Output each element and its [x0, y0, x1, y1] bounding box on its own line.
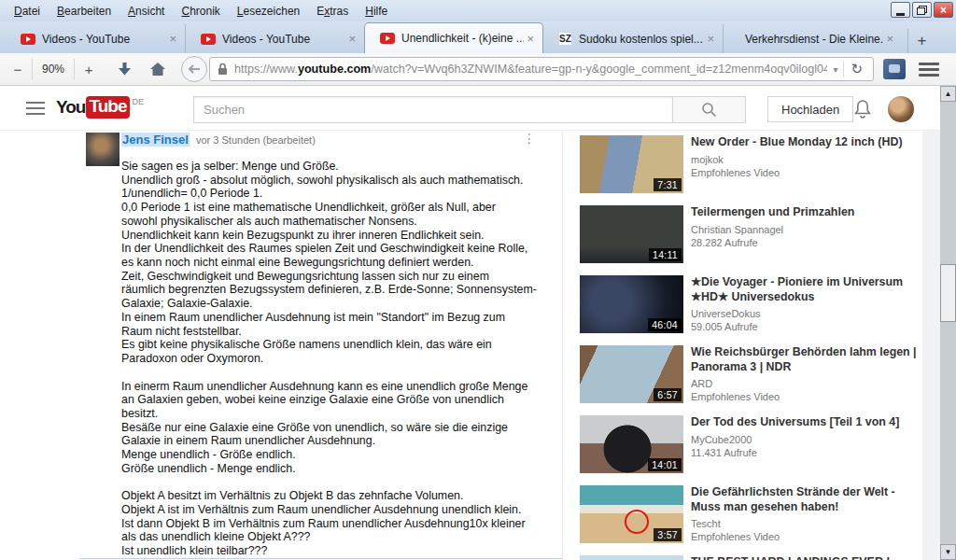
reload-button[interactable]: ↻: [844, 61, 869, 77]
comment-body-text: Sie sagen es ja selber: Menge und Größe.…: [121, 160, 568, 560]
account-avatar[interactable]: [888, 96, 914, 122]
menu-bar-line: [919, 63, 939, 65]
bell-icon: [852, 98, 873, 119]
video-duration-badge: 6:57: [654, 388, 682, 401]
url-path: /watch?v=Wvq6h3ZNWIM&feature=gp-n-y&goog…: [371, 63, 827, 76]
video-thumbnail[interactable]: 14:01: [580, 415, 683, 473]
tab-title: Verkehrsdienst - Die Kleine...: [745, 33, 883, 46]
related-video-4[interactable]: 6:57 Wie Reichsbürger Behörden lahm lege…: [580, 345, 922, 405]
comment-author-link[interactable]: Jens Finsel: [121, 133, 190, 147]
notifications-button[interactable]: [852, 98, 873, 123]
back-button[interactable]: [181, 56, 207, 82]
related-video-2[interactable]: 14:11 Teilermengen und Primzahlen Christ…: [580, 205, 922, 265]
tab-sudoku[interactable]: SZ Sudoku kostenlos spiel... ×: [543, 24, 723, 53]
menu-bearbeiten[interactable]: Bearbeiten: [49, 2, 120, 21]
video-title[interactable]: Der Tod des Universums [Teil 1 von 4]: [691, 415, 922, 430]
video-thumbnail[interactable]: 46:04: [580, 275, 683, 333]
tab-verkehrsdienst[interactable]: Verkehrsdienst - Die Kleine... ×: [723, 24, 902, 53]
video-thumbnail[interactable]: 14:11: [580, 205, 683, 263]
video-duration-badge: 46:04: [648, 318, 682, 331]
youtube-page: You Tube DE Hochladen Jens Fi: [0, 86, 956, 560]
tab-title: Sudoku kostenlos spiel...: [579, 33, 704, 46]
video-title[interactable]: THE BEST HARD LANDINGS EVER !: [691, 555, 922, 560]
zoom-in-button[interactable]: +: [75, 57, 103, 81]
related-video-6[interactable]: 3:57 Die Gefährlichsten Strände der Welt…: [580, 485, 922, 545]
search-input[interactable]: [193, 96, 672, 123]
video-title[interactable]: Wie Reichsbürger Behörden lahm legen | P…: [691, 345, 922, 374]
menu-chronik[interactable]: Chronik: [173, 2, 228, 21]
downloads-button[interactable]: [110, 57, 138, 81]
youtube-header: You Tube DE Hochladen: [0, 86, 940, 131]
sz-favicon-icon: SZ: [558, 32, 572, 46]
menu-bar-line: [26, 107, 45, 109]
tab-videos-youtube-1[interactable]: Videos - YouTube ×: [6, 24, 185, 53]
video-title[interactable]: Teilermengen und Primzahlen: [691, 205, 922, 220]
video-thumbnail[interactable]: [580, 555, 683, 560]
page-right-margin: [922, 131, 940, 560]
youtube-logo[interactable]: You Tube DE: [56, 96, 144, 119]
minimize-button[interactable]: [891, 2, 910, 18]
new-tab-button[interactable]: +: [907, 29, 935, 53]
menu-bar-line: [26, 102, 45, 104]
upload-button[interactable]: Hochladen: [767, 96, 853, 122]
video-meta: Empfohlenes Video: [691, 530, 922, 543]
tab-close-icon[interactable]: ×: [883, 32, 896, 46]
video-info: New Order - Blue Monday 12 inch (HD) moj…: [691, 135, 922, 179]
menu-datei[interactable]: Datei: [6, 2, 49, 21]
tab-unendlichkeit-active[interactable]: Unendlichkeit - (k)eine ... ×: [364, 22, 543, 53]
scrollbar-thumb[interactable]: [940, 264, 956, 322]
scroll-up-button[interactable]: ▲: [940, 86, 956, 102]
scroll-down-button[interactable]: ▼: [940, 544, 956, 560]
menu-bar-line: [919, 74, 939, 77]
page-scrollbar[interactable]: ▲ ▼: [940, 86, 956, 560]
menu-hilfe[interactable]: Hilfe: [357, 2, 396, 21]
related-video-3[interactable]: 46:04 ★Die Voyager - Pioniere im Univers…: [580, 275, 922, 335]
tab-close-icon[interactable]: ×: [524, 32, 537, 46]
menu-extras[interactable]: Extras: [308, 2, 357, 21]
content-sidebar-divider: [562, 131, 563, 560]
video-meta: Empfohlenes Video: [691, 166, 922, 179]
search-icon: [701, 102, 717, 118]
related-video-5[interactable]: 14:01 Der Tod des Universums [Teil 1 von…: [580, 415, 922, 475]
tab-close-icon[interactable]: ×: [345, 32, 358, 46]
related-video-7[interactable]: THE BEST HARD LANDINGS EVER !: [580, 555, 922, 560]
url-text: https://www.youtube.com/watch?v=Wvq6h3ZN…: [234, 63, 827, 76]
comment-bottom-divider: [79, 558, 562, 559]
video-info: Der Tod des Universums [Teil 1 von 4] My…: [691, 415, 922, 459]
tab-bar: Videos - YouTube × Videos - YouTube × Un…: [0, 21, 956, 53]
video-info: Teilermengen und Primzahlen Christian Sp…: [691, 205, 922, 249]
home-button[interactable]: [144, 57, 172, 81]
youtube-guide-button[interactable]: [26, 102, 45, 115]
video-duration-badge: 3:57: [654, 528, 682, 541]
tab-close-icon[interactable]: ×: [166, 32, 179, 46]
browser-menu-button[interactable]: [919, 63, 939, 77]
video-info: ★Die Voyager - Pioniere im Universum ★HD…: [691, 275, 922, 333]
tab-title: Videos - YouTube: [42, 33, 166, 46]
close-button[interactable]: ×: [934, 2, 953, 18]
logo-region-text: DE: [132, 97, 144, 106]
related-video-1[interactable]: 7:31 New Order - Blue Monday 12 inch (HD…: [580, 135, 922, 195]
comment-options-button[interactable]: ⋮: [523, 131, 536, 146]
video-thumbnail[interactable]: 3:57: [580, 485, 683, 543]
search-button[interactable]: [672, 96, 746, 123]
url-domain: youtube.com: [298, 63, 371, 76]
comment-author-avatar[interactable]: [86, 133, 120, 166]
video-title[interactable]: New Order - Blue Monday 12 inch (HD): [691, 135, 922, 150]
video-thumbnail[interactable]: 7:31: [580, 135, 683, 193]
browser-window: Datei Bearbeiten Ansicht Chronik Lesezei…: [0, 0, 956, 560]
menu-lesezeichen[interactable]: Lesezeichen: [229, 2, 308, 21]
menu-ansicht[interactable]: Ansicht: [120, 2, 173, 21]
video-title[interactable]: Die Gefährlichsten Strände der Welt - Mu…: [691, 485, 922, 514]
video-thumbnail[interactable]: 6:57: [580, 345, 683, 403]
zoom-out-button[interactable]: −: [4, 57, 32, 81]
tab-videos-youtube-2[interactable]: Videos - YouTube ×: [185, 24, 364, 53]
video-channel: MyCube2000: [691, 433, 922, 446]
restore-button[interactable]: [912, 2, 932, 18]
video-title[interactable]: ★Die Voyager - Pioniere im Universum ★HD…: [691, 275, 922, 304]
url-dropdown-icon[interactable]: ▾: [827, 64, 843, 75]
tab-title: Unendlichkeit - (k)eine ...: [401, 32, 524, 45]
url-bar[interactable]: https://www.youtube.com/watch?v=Wvq6h3ZN…: [209, 57, 874, 81]
extension-icon[interactable]: [883, 59, 906, 79]
youtube-favicon-icon: [21, 34, 35, 45]
tab-close-icon[interactable]: ×: [704, 32, 717, 46]
